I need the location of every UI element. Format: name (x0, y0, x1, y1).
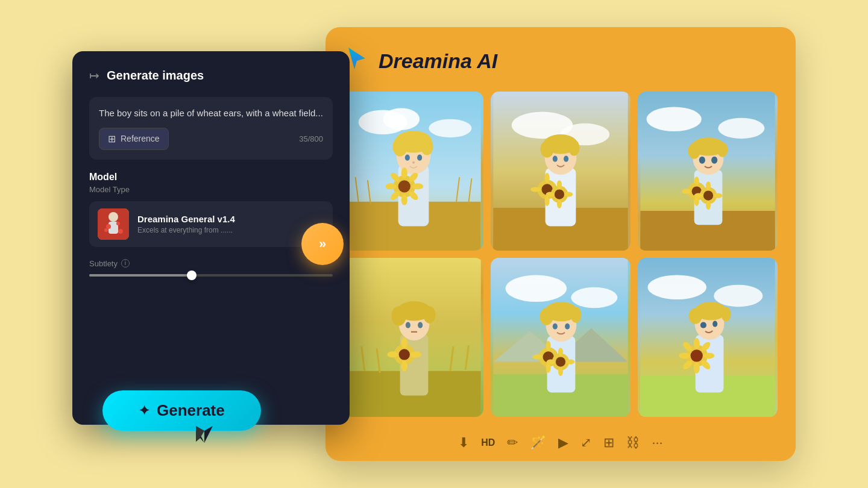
svg-point-79 (694, 193, 703, 198)
svg-point-72 (694, 198, 699, 206)
svg-point-28 (401, 195, 407, 205)
magic-icon[interactable]: 🪄 (530, 435, 546, 451)
slider-track[interactable] (89, 274, 333, 277)
image-cell-2[interactable] (491, 92, 631, 251)
svg-point-56 (546, 192, 555, 197)
svg-point-135 (700, 322, 706, 328)
svg-point-11 (429, 119, 471, 137)
svg-point-3 (106, 224, 111, 229)
svg-point-80 (714, 193, 722, 198)
model-desc: Excels at everything from ...... (137, 226, 324, 234)
subtlety-info-icon[interactable]: i (121, 259, 130, 267)
svg-point-124 (547, 360, 555, 364)
generate-label: Generate (157, 401, 225, 420)
download-icon[interactable]: ⬇ (458, 435, 469, 451)
right-panel: Dreamina AI (326, 27, 796, 461)
svg-point-24 (412, 161, 415, 164)
svg-point-138 (691, 349, 703, 361)
svg-point-77 (706, 181, 711, 190)
hd-button[interactable]: HD (481, 437, 495, 448)
svg-point-93 (418, 322, 423, 328)
svg-point-91 (423, 306, 435, 323)
svg-point-49 (545, 196, 550, 206)
svg-point-29 (385, 183, 396, 189)
slider-fill (89, 274, 192, 277)
slider-thumb[interactable] (187, 271, 197, 280)
expand-icon[interactable]: ⤢ (580, 435, 591, 451)
svg-point-45 (564, 156, 568, 162)
more-icon[interactable]: ··· (652, 435, 662, 451)
image-cell-6[interactable] (638, 258, 778, 417)
svg-point-78 (706, 201, 711, 210)
svg-point-140 (694, 363, 700, 374)
svg-point-118 (532, 354, 542, 359)
svg-point-96 (399, 349, 410, 360)
svg-point-4 (116, 222, 120, 225)
toolbar: ⬇ HD ✏ 🪄 ▶ ⤢ ⊞ ⛓ ··· (344, 429, 778, 457)
svg-point-133 (689, 308, 702, 324)
generate-button[interactable]: ✦ Generate (102, 390, 261, 431)
svg-point-22 (405, 155, 410, 161)
panel-header: ↦ Generate images (89, 68, 333, 83)
svg-point-73 (682, 189, 690, 193)
svg-point-128 (714, 285, 763, 307)
prompt-area[interactable]: The boy sits on a pile of wheat ears, wi… (89, 97, 333, 160)
resize-icon[interactable]: ⊞ (603, 435, 614, 451)
svg-point-122 (558, 348, 563, 356)
edit-icon[interactable]: ✏ (507, 435, 518, 451)
forward-icon: » (319, 236, 326, 252)
svg-point-5 (104, 228, 108, 232)
svg-point-112 (553, 324, 558, 330)
svg-point-1 (108, 212, 118, 222)
reference-button[interactable]: ⊞ Reference (99, 128, 169, 150)
model-card[interactable]: Dreamina General v1.4 Excels at everythi… (89, 201, 333, 247)
svg-point-141 (679, 352, 690, 358)
svg-point-98 (401, 361, 407, 372)
svg-point-6 (118, 229, 123, 234)
svg-point-134 (721, 307, 731, 321)
model-thumbnail (98, 208, 129, 240)
image-cell-5[interactable] (491, 258, 631, 417)
svg-point-123 (558, 368, 563, 376)
svg-point-30 (412, 183, 423, 189)
panel-icon: ↦ (89, 68, 99, 83)
svg-point-55 (557, 200, 562, 208)
svg-point-26 (398, 180, 410, 192)
forward-button[interactable]: » (301, 223, 344, 265)
svg-point-110 (539, 308, 553, 325)
image-cell-3[interactable] (638, 92, 778, 251)
svg-marker-7 (348, 48, 365, 69)
subtlety-label: Subtlety i (89, 259, 333, 268)
panel-title: Generate images (107, 69, 204, 83)
image-cell-1[interactable] (344, 92, 483, 251)
generate-star-icon: ✦ (139, 403, 149, 419)
svg-point-66 (717, 142, 728, 157)
reference-label: Reference (121, 134, 160, 143)
main-scene: ↦ Generate images The boy sits on a pile… (72, 27, 796, 461)
svg-point-48 (545, 173, 550, 183)
model-section: Model Model Type Dreamina (89, 172, 333, 247)
svg-point-54 (557, 180, 562, 189)
svg-point-97 (401, 337, 407, 348)
play-icon[interactable]: ▶ (558, 435, 568, 451)
svg-point-116 (546, 341, 551, 351)
svg-point-21 (421, 138, 433, 155)
svg-point-60 (718, 118, 764, 139)
svg-marker-149 (196, 426, 204, 442)
svg-point-139 (694, 338, 700, 349)
svg-point-127 (647, 275, 706, 299)
link-icon[interactable]: ⛓ (626, 435, 640, 451)
model-info: Dreamina General v1.4 Excels at everythi… (137, 214, 324, 234)
svg-point-90 (391, 306, 406, 325)
svg-point-71 (694, 177, 699, 185)
image-cell-4[interactable] (344, 258, 483, 417)
svg-point-68 (711, 157, 717, 164)
dreamina-header: Dreamina AI (344, 45, 778, 77)
reference-row: ⊞ Reference 35/800 (99, 128, 323, 150)
svg-point-23 (417, 155, 422, 161)
svg-point-42 (540, 140, 553, 157)
svg-point-103 (571, 287, 617, 308)
svg-point-44 (553, 156, 558, 162)
images-grid (344, 92, 778, 417)
svg-point-59 (646, 107, 701, 131)
